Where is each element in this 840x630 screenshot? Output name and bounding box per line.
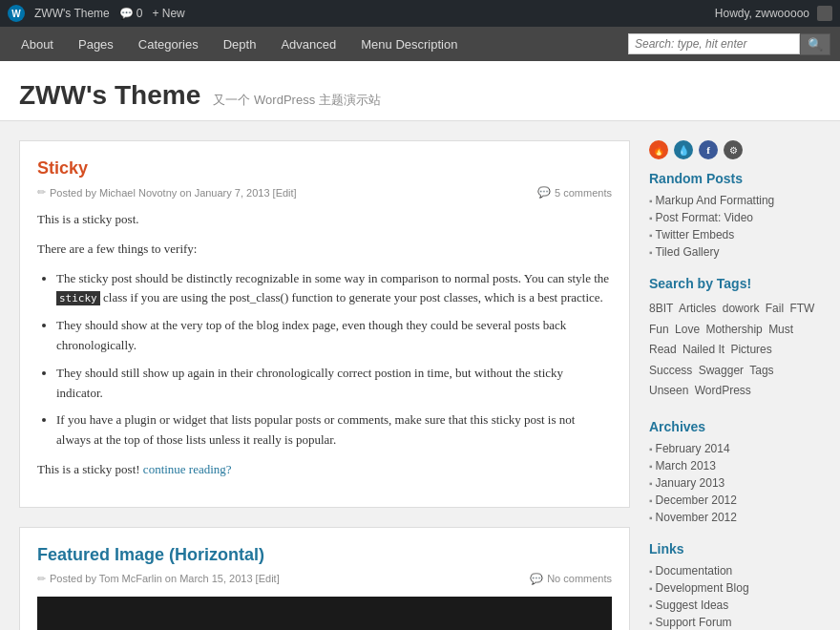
list-item: ▪Tiled Gallery: [649, 245, 821, 259]
tag-link[interactable]: Love: [675, 323, 700, 336]
comment-icon: 💬: [530, 573, 543, 585]
nav-pages[interactable]: Pages: [67, 32, 125, 57]
post-title-sticky: Sticky: [37, 158, 612, 178]
list-item: ▪Post Format: Video: [649, 211, 821, 224]
sidebar-heading-random: Random Posts: [649, 171, 821, 186]
list-item: ▪December 2012: [649, 494, 821, 507]
continue-reading-link[interactable]: continue reading?: [143, 462, 232, 476]
random-posts-list: ▪Markup And Formatting ▪Post Format: Vid…: [649, 194, 821, 259]
list-item: The sticky post should be distinctly rec…: [56, 269, 612, 309]
tag-link[interactable]: Tags: [749, 364, 773, 377]
random-post-link[interactable]: Tiled Gallery: [656, 245, 720, 259]
sticky-footer: This is a sticky post! continue reading?: [37, 460, 612, 480]
list-item: ▪February 2014: [649, 442, 821, 455]
comment-icon: 💬: [537, 186, 551, 199]
post-meta-text-featured: Posted by Tom McFarlin on March 15, 2013…: [50, 573, 280, 584]
post-meta-text: Posted by Michael Novotny on January 7, …: [50, 187, 297, 199]
site-title: ZWW's Theme: [19, 80, 200, 110]
nav-about[interactable]: About: [10, 32, 65, 57]
post-content-sticky: This is a sticky post. There are a few t…: [37, 210, 612, 480]
site-header: ZWW's Theme 又一个 WordPress 主题演示站: [0, 61, 840, 121]
links-list: ▪Documentation ▪Development Blog ▪Sugges…: [649, 564, 821, 630]
list-item: ▪Twitter Embeds: [649, 228, 821, 242]
pencil-icon: ✏: [37, 573, 46, 585]
site-subtitle: 又一个 WordPress 主题演示站: [213, 93, 380, 107]
tag-link[interactable]: Swagger: [699, 364, 744, 377]
tag-link[interactable]: Success: [649, 364, 692, 377]
gear-icon[interactable]: ⚙: [724, 140, 743, 159]
content-wrapper: Sticky ✏ Posted by Michael Novotny on Ja…: [0, 121, 840, 630]
archive-link[interactable]: March 2013: [656, 459, 716, 472]
list-item: If you have a plugin or widget that list…: [56, 410, 612, 451]
list-item: ▪Documentation: [649, 564, 821, 578]
link-suggest-ideas[interactable]: Suggest Ideas: [656, 598, 729, 612]
list-item: ▪Suggest Ideas: [649, 598, 821, 612]
fire-icon[interactable]: 🔥: [649, 140, 668, 159]
admin-site-name[interactable]: ZWW's Theme: [34, 7, 110, 20]
random-post-link[interactable]: Markup And Formatting: [656, 194, 775, 207]
list-item: They should show at the very top of the …: [56, 316, 612, 356]
search-form: 🔍: [628, 33, 830, 55]
archives-list: ▪February 2014 ▪March 2013 ▪January 2013…: [649, 442, 821, 524]
post-comments: 5 comments: [555, 187, 612, 199]
search-button[interactable]: 🔍: [800, 33, 830, 55]
tag-link[interactable]: FTW: [789, 302, 814, 315]
code-sticky: sticky: [56, 291, 100, 305]
main-content: Sticky ✏ Posted by Michael Novotny on Ja…: [19, 140, 630, 630]
tag-link[interactable]: Fun: [649, 323, 669, 336]
random-post-link[interactable]: Post Format: Video: [656, 211, 754, 224]
featured-image: HORIZONTAL FEATURED IMAGE: [37, 597, 612, 630]
sidebar-random-posts: Random Posts ▪Markup And Formatting ▪Pos…: [649, 171, 821, 259]
tag-link[interactable]: Pictures: [730, 343, 771, 356]
admin-comments[interactable]: 💬 0: [119, 7, 143, 20]
post-meta-sticky: ✏ Posted by Michael Novotny on January 7…: [37, 186, 612, 199]
archive-link[interactable]: January 2013: [656, 476, 725, 490]
link-support-forum[interactable]: Support Forum: [656, 616, 732, 629]
list-item: They should still show up again in their…: [56, 364, 612, 404]
pencil-icon: ✏: [37, 186, 46, 199]
random-post-link[interactable]: Twitter Embeds: [656, 228, 735, 242]
comment-icon: 💬: [119, 7, 134, 20]
tag-link[interactable]: Nailed It: [682, 343, 724, 356]
search-input[interactable]: [628, 33, 800, 54]
sticky-para-1: This is a sticky post.: [37, 210, 612, 230]
post-featured: Featured Image (Horizontal) ✏ Posted by …: [19, 527, 630, 630]
archive-link[interactable]: November 2012: [656, 511, 737, 524]
archive-link[interactable]: December 2012: [656, 494, 737, 507]
list-item: ▪March 2013: [649, 459, 821, 472]
water-icon[interactable]: 💧: [674, 140, 693, 159]
list-item: ▪Development Blog: [649, 581, 821, 595]
sidebar-heading-archives: Archives: [649, 419, 821, 434]
list-item: ▪January 2013: [649, 476, 821, 490]
post-no-comments: No comments: [547, 573, 612, 584]
tag-link[interactable]: Mothership: [705, 323, 762, 336]
sidebar-icons: 🔥 💧 f ⚙: [649, 140, 821, 159]
main-nav: About Pages Categories Depth Advanced Me…: [0, 27, 840, 61]
tag-cloud: 8BIT Articles dowork Fail FTW Fun Love M…: [649, 299, 821, 402]
sidebar-heading-links: Links: [649, 541, 821, 556]
tag-link[interactable]: Unseen: [649, 384, 688, 397]
tag-link[interactable]: dowork: [723, 302, 760, 315]
facebook-icon[interactable]: f: [699, 140, 718, 159]
nav-depth[interactable]: Depth: [212, 32, 268, 57]
admin-bar: W ZWW's Theme 💬 0 + New Howdy, zwwooooo: [0, 0, 840, 27]
admin-howdy: Howdy, zwwooooo: [715, 7, 809, 20]
nav-categories[interactable]: Categories: [127, 32, 210, 57]
nav-menu-description[interactable]: Menu Description: [349, 32, 469, 57]
link-dev-blog[interactable]: Development Blog: [656, 581, 749, 595]
post-title-featured: Featured Image (Horizontal): [37, 545, 612, 565]
list-item: ▪November 2012: [649, 511, 821, 524]
link-documentation[interactable]: Documentation: [656, 564, 733, 578]
post-meta-featured: ✏ Posted by Tom McFarlin on March 15, 20…: [37, 573, 612, 585]
tag-link[interactable]: WordPress: [695, 384, 751, 397]
list-item: ▪Markup And Formatting: [649, 194, 821, 207]
tag-link[interactable]: 8BIT: [649, 302, 673, 315]
wp-logo[interactable]: W: [8, 5, 25, 22]
archive-link[interactable]: February 2014: [656, 442, 730, 455]
nav-advanced[interactable]: Advanced: [269, 32, 347, 57]
tag-link[interactable]: Fail: [766, 302, 784, 315]
sidebar-heading-tags: Search by Tags!: [649, 276, 821, 291]
admin-new-button[interactable]: + New: [152, 7, 184, 20]
sticky-list: The sticky post should be distinctly rec…: [56, 269, 612, 451]
tag-link[interactable]: Articles: [679, 302, 716, 315]
